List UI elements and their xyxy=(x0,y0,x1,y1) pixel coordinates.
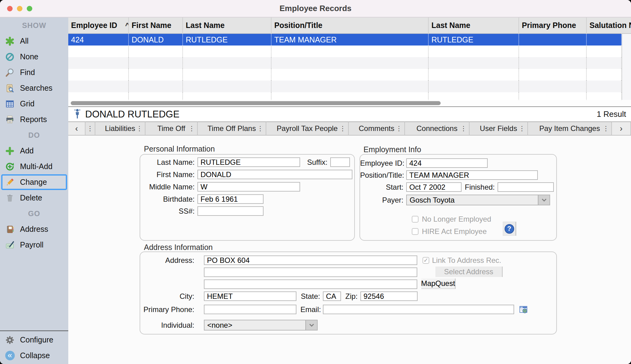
asterisk-icon xyxy=(5,36,15,46)
tab-scroll-right-button[interactable]: › xyxy=(612,121,631,136)
city-input[interactable] xyxy=(204,291,296,301)
column-header-position-title[interactable]: Position/Title xyxy=(272,18,429,33)
middle-name-input[interactable] xyxy=(197,182,300,192)
traffic-lights xyxy=(7,6,32,11)
chevron-right-icon: › xyxy=(620,124,623,133)
column-header-first-name[interactable]: First Name xyxy=(129,18,183,33)
payer-label: Payer: xyxy=(360,196,406,204)
state-label: State: xyxy=(300,292,323,301)
email-input[interactable] xyxy=(323,305,514,314)
personal-info-group: Last Name: Suffix: First Name: Middle Na… xyxy=(140,154,355,241)
close-button[interactable] xyxy=(7,6,13,11)
tab-time-off[interactable]: Time Off⋮ xyxy=(145,121,198,136)
drag-handle-icon[interactable]: ⋮ xyxy=(519,125,525,132)
table-vertical-scrollbar[interactable] xyxy=(622,34,631,100)
trash-icon xyxy=(5,193,15,203)
drag-handle-icon[interactable]: ⋮ xyxy=(603,125,609,132)
person-icon xyxy=(73,109,81,120)
start-date-input[interactable] xyxy=(406,182,462,192)
tab-payroll-tax-people[interactable]: Payroll Tax People⋮ xyxy=(266,121,349,136)
birthdate-label: Birthdate: xyxy=(140,195,197,204)
select-address-button[interactable]: Select Address xyxy=(435,267,503,277)
ssn-input[interactable] xyxy=(197,206,264,216)
chevron-left-icon: ‹ xyxy=(75,124,78,133)
zoom-button[interactable] xyxy=(27,6,32,11)
table-row-selected[interactable]: 424 DONALD RUTLEDGE TEAM MANAGER RUTLEDG… xyxy=(68,34,622,46)
column-header-last-name-2[interactable]: Last Name xyxy=(429,18,519,33)
sidebar-item-none[interactable]: None xyxy=(0,49,68,65)
first-name-label: First Name: xyxy=(140,170,197,179)
link-address-checkbox[interactable]: ✓ xyxy=(423,257,429,264)
record-name: DONALD RUTLEDGE xyxy=(85,109,180,120)
no-longer-employed-checkbox[interactable] xyxy=(412,216,419,223)
birthdate-input[interactable] xyxy=(197,194,264,204)
sidebar-item-configure[interactable]: Configure xyxy=(0,332,68,348)
sidebar-item-label: Grid xyxy=(20,99,34,108)
sidebar-item-reports[interactable]: Reports xyxy=(0,112,68,127)
sidebar-item-delete[interactable]: Delete xyxy=(0,190,68,206)
tab-time-off-plans[interactable]: Time Off Plans⋮ xyxy=(198,121,266,136)
sidebar-item-add[interactable]: Add xyxy=(0,143,68,159)
address-line2-input[interactable] xyxy=(204,267,417,277)
no-entry-icon xyxy=(5,52,15,62)
tab-scroll-left-button[interactable]: ‹ xyxy=(68,121,85,136)
saved-search-icon xyxy=(5,83,15,93)
drag-handle-icon[interactable]: ⋮ xyxy=(136,125,143,132)
finished-date-input[interactable] xyxy=(498,182,554,192)
minimize-button[interactable] xyxy=(17,6,22,11)
mapquest-button[interactable]: MapQuest xyxy=(421,279,456,289)
individual-dropdown[interactable]: <none> xyxy=(204,320,318,330)
tab-liabilities[interactable]: Liabilities⋮ xyxy=(95,121,145,136)
tab-user-fields[interactable]: User Fields⋮ xyxy=(470,121,528,136)
table-header-row: Employee ID ^ First Name Last Name Posit… xyxy=(68,18,631,34)
drag-handle-icon[interactable]: ⋮ xyxy=(257,125,264,132)
sidebar: SHOW All None Find Searches Grid xyxy=(0,18,68,364)
position-title-label: Position/Title: xyxy=(360,171,406,180)
plus-icon xyxy=(5,146,15,156)
sidebar-item-change[interactable]: Change xyxy=(1,174,67,190)
column-header-primary-phone[interactable]: Primary Phone xyxy=(519,18,587,33)
primary-phone-input[interactable] xyxy=(204,305,296,314)
sidebar-item-collapse[interactable]: « Collapse xyxy=(0,348,68,363)
hire-act-checkbox[interactable] xyxy=(412,228,419,235)
sidebar-item-address[interactable]: Address xyxy=(0,221,68,237)
tab-comments[interactable]: Comments⋮ xyxy=(349,121,405,136)
employee-id-input[interactable] xyxy=(406,158,488,168)
column-header-employee-id[interactable]: Employee ID ^ xyxy=(68,18,129,33)
tab-connections[interactable]: Connections⋮ xyxy=(405,121,470,136)
column-header-last-name[interactable]: Last Name xyxy=(183,18,272,33)
scrollbar-thumb[interactable] xyxy=(71,101,441,105)
drag-handle-icon[interactable]: ⋮ xyxy=(396,125,402,132)
tab-pay-item-changes[interactable]: Pay Item Changes⋮ xyxy=(528,121,612,136)
column-header-salutation[interactable]: Salutation N xyxy=(587,18,631,33)
zip-input[interactable] xyxy=(360,291,418,301)
drag-handle-icon[interactable]: ⋮ xyxy=(189,125,195,132)
web-browser-icon[interactable] xyxy=(519,305,528,314)
last-name-input[interactable] xyxy=(197,157,300,167)
collapse-icon: « xyxy=(5,350,15,361)
hire-act-help-button[interactable]: ? xyxy=(503,222,516,236)
sidebar-item-payroll[interactable]: Payroll xyxy=(0,237,68,253)
sidebar-item-find[interactable]: Find xyxy=(0,65,68,80)
address-line1-input[interactable] xyxy=(204,255,417,265)
state-input[interactable] xyxy=(323,291,341,301)
first-name-input[interactable] xyxy=(197,170,352,179)
sidebar-item-grid[interactable]: Grid xyxy=(0,96,68,112)
sidebar-item-all[interactable]: All xyxy=(0,33,68,49)
position-title-input[interactable] xyxy=(406,170,538,180)
gear-icon xyxy=(5,335,15,345)
drag-handle-icon[interactable]: ⋮ xyxy=(339,125,346,132)
drag-handle-icon[interactable]: ⋮ xyxy=(460,125,467,132)
address-book-icon xyxy=(5,224,15,235)
sidebar-section-go: GO xyxy=(0,206,68,221)
primary-phone-label: Primary Phone: xyxy=(140,305,197,314)
tab-stub[interactable]: ⋮ xyxy=(85,121,95,136)
sidebar-item-searches[interactable]: Searches xyxy=(0,80,68,96)
sidebar-item-label: Configure xyxy=(20,335,53,344)
sidebar-item-multi-add[interactable]: Multi-Add xyxy=(0,159,68,174)
record-header: DONALD RUTLEDGE 1 Result xyxy=(68,106,631,121)
suffix-input[interactable] xyxy=(330,157,350,167)
table-horizontal-scrollbar[interactable] xyxy=(68,100,631,106)
address-line3-input[interactable] xyxy=(204,279,417,289)
payer-dropdown[interactable]: Gosch Toyota xyxy=(406,195,550,205)
